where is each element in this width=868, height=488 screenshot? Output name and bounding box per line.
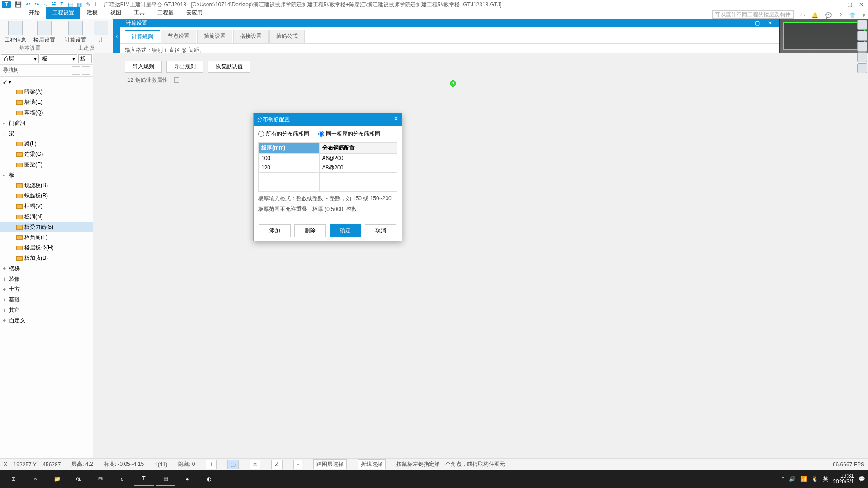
ribbon-collapse[interactable]: ‹ (113, 19, 120, 53)
qat-icon[interactable]: ⌂ (43, 1, 47, 8)
btn-delete[interactable]: 删除 (294, 224, 326, 237)
qat[interactable]: 💾 ↶ ↷ ⌂ ☵ Σ ▤ ▦ ✎ ꘡ (14, 1, 97, 8)
btn-import-rule[interactable]: 导入规则 (125, 61, 162, 73)
list-view-icon[interactable] (72, 66, 80, 75)
qat-undo-icon[interactable]: ↶ (26, 1, 30, 8)
vp-tool-icon[interactable] (857, 31, 867, 41)
tray-up-icon[interactable]: ˄ (782, 476, 784, 482)
extra-dropdown[interactable]: 板 (78, 54, 92, 63)
close-button[interactable]: ✕ (859, 1, 863, 8)
user-icon[interactable]: ◠ (800, 12, 805, 19)
cortana-icon[interactable]: ○ (25, 472, 45, 486)
qat-icon[interactable]: ▤ (68, 1, 73, 8)
btn-cancel[interactable]: 取消 (365, 224, 396, 237)
tab-stirrup[interactable]: 箍筋设置 (197, 30, 232, 43)
vp-tool-icon[interactable] (857, 52, 867, 62)
dialog-close-icon[interactable]: ✕ (394, 116, 398, 123)
btn-add[interactable]: 添加 (259, 224, 291, 237)
grid-view-icon[interactable] (82, 66, 90, 75)
snap-icon[interactable]: ⊥ (206, 460, 217, 469)
windows-taskbar[interactable]: ⊞ ○ 📁 🛍 ✉ e T ▦ ● ◐ ˄ 🔊 📶 🐧 英 19:31 2020… (0, 470, 868, 488)
clock[interactable]: 19:31 2020/3/1 (833, 473, 854, 485)
radio-input[interactable] (318, 131, 324, 137)
qat-redo-icon[interactable]: ↷ (35, 1, 39, 8)
ribbon-tab-start[interactable]: 开始 (23, 7, 46, 19)
tab-formula[interactable]: 箍筋公式 (269, 30, 305, 43)
nav-item[interactable]: +基础 (0, 295, 93, 305)
qq-icon[interactable]: 🐧 (811, 476, 818, 482)
type-dropdown[interactable]: 板▾ (40, 54, 78, 63)
th-thickness[interactable]: 板厚(mm) (259, 143, 320, 154)
btn-restore-default[interactable]: 恢复默认值 (208, 61, 250, 73)
table-row[interactable]: 100A6@200 (259, 154, 397, 163)
ribbon-search[interactable]: 可以查什不同工程的楼层及构件类型吗? (712, 10, 794, 19)
btn-floor-settings[interactable]: 楼层设置 (33, 21, 55, 44)
nav-item[interactable]: +装修 (0, 274, 93, 284)
ruler[interactable]: 3 (125, 84, 775, 84)
btn-calc-settings[interactable]: 计算设置 (65, 21, 86, 44)
qat-icon[interactable]: ▦ (77, 1, 82, 8)
minimize-button[interactable]: — (835, 1, 840, 8)
viewport-3d[interactable] (779, 19, 868, 53)
cell[interactable]: 100 (259, 154, 320, 163)
ime-indicator[interactable]: 英 (823, 475, 828, 483)
ribbon-tab-tools[interactable]: 工具 (127, 7, 151, 19)
notifications-icon[interactable]: 💬 (859, 476, 865, 482)
qat-icon[interactable]: ☵ (51, 1, 56, 8)
help-icon[interactable]: ? (839, 12, 842, 19)
more-icon[interactable]: ▾ (863, 12, 865, 19)
nav-item[interactable]: 板加腋(B) (0, 253, 93, 263)
vp-tool-icon[interactable] (857, 20, 867, 30)
volume-icon[interactable]: 🔊 (789, 476, 796, 482)
nav-item[interactable]: -梁 (0, 128, 93, 139)
snap-icon[interactable]: ⊦ (293, 460, 302, 469)
explorer-icon[interactable]: 📁 (47, 472, 67, 486)
edge-icon[interactable]: e (112, 472, 132, 486)
btn-ok[interactable]: 确定 (330, 224, 361, 237)
nav-item[interactable]: -板 (0, 170, 93, 180)
cell[interactable]: A8@200 (319, 163, 397, 173)
nav-item[interactable]: 板受力筋(S) (0, 222, 93, 232)
nav-item[interactable]: 墙垛(E) (0, 97, 93, 108)
snap-icon[interactable]: ▢ (227, 460, 239, 469)
chat-icon[interactable]: 💬 (825, 12, 832, 19)
nav-item[interactable]: 柱帽(V) (0, 201, 93, 211)
qat-save-icon[interactable]: 💾 (15, 1, 22, 8)
thickness-table[interactable]: 板厚(mm)分布钢筋配置 100A6@200 120A8@200 (258, 142, 397, 192)
qat-sum-icon[interactable]: Σ (60, 1, 63, 8)
panel-max-icon[interactable]: ▢ (753, 19, 761, 27)
nav-item[interactable]: 梁(L) (0, 139, 93, 149)
floor-dropdown[interactable]: 首层▾ (1, 54, 39, 63)
btn-cross-layer[interactable]: 跨图层选择 (313, 459, 347, 469)
system-tray[interactable]: ˄ 🔊 📶 🐧 英 19:31 2020/3/1 💬 (782, 473, 865, 485)
panel-min-icon[interactable]: — (741, 19, 749, 27)
nav-item[interactable]: 现浇板(B) (0, 180, 93, 191)
snap-icon[interactable]: ✕ (250, 460, 260, 469)
radio-input[interactable] (258, 131, 264, 137)
cell[interactable]: 120 (259, 163, 320, 173)
tab-calc-rule[interactable]: 计算规则 (125, 30, 160, 43)
tab-lap[interactable]: 搭接设置 (233, 30, 269, 43)
vp-tool-icon[interactable] (857, 63, 867, 73)
toolbar-small[interactable]: ↙ ▾ (0, 77, 93, 87)
btn-export-rule[interactable]: 导出规则 (166, 61, 203, 73)
nav-item[interactable]: +自定义 (0, 315, 93, 326)
qat-icon[interactable]: ꘡ (95, 1, 96, 8)
app-icon[interactable]: ● (177, 472, 197, 486)
ribbon-tab-settings[interactable]: 工程设置 (46, 7, 80, 19)
navtree[interactable]: 暗梁(A)墙垛(E)幕墙(Q)-门窗洞-梁梁(L)连梁(G)圈梁(E)-板现浇板… (0, 87, 93, 458)
ribbon-tab-view[interactable]: 视图 (104, 7, 127, 19)
nav-item[interactable]: +其它 (0, 305, 93, 315)
tab-node[interactable]: 节点设置 (161, 30, 196, 43)
nav-item[interactable]: 幕墙(Q) (0, 108, 93, 118)
nav-item[interactable]: +土方 (0, 284, 93, 295)
nav-item[interactable]: 板负筋(F) (0, 232, 93, 243)
mail-icon[interactable]: ✉ (90, 472, 110, 486)
nav-item[interactable]: 圈梁(E) (0, 160, 93, 170)
ribbon-tab-model[interactable]: 建模 (80, 7, 104, 19)
start-button[interactable]: ⊞ (4, 472, 24, 486)
store-icon[interactable]: 🛍 (69, 472, 89, 486)
snap-icon[interactable]: ∠ (271, 460, 283, 469)
ribbon-tab-qty[interactable]: 工程量 (151, 7, 180, 19)
gear-icon[interactable]: 👕 (849, 12, 856, 19)
